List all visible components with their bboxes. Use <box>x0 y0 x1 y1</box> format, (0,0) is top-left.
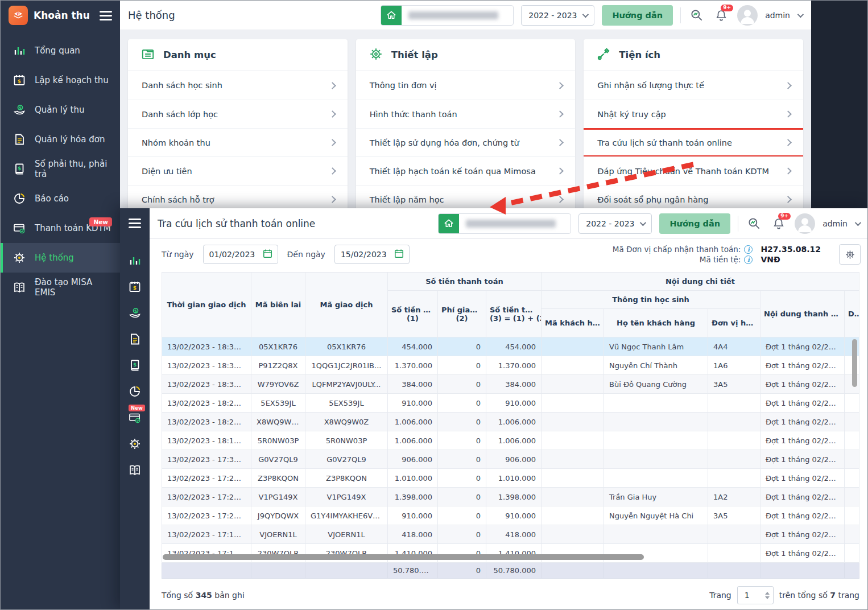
cell-txn: 1QQG1JC2JR01IB... <box>305 356 388 375</box>
card-menu-item[interactable]: Thiết lập sử dụng hóa đơn, chứng từ <box>356 128 576 156</box>
cell-content: Đợt 1 tháng 02/2023 <box>760 431 845 450</box>
card-menu-item[interactable]: Danh sách học sinh <box>128 71 348 100</box>
card-title: Thiết lập <box>391 50 438 60</box>
card-menu-item-label: Diện ưu tiên <box>142 167 192 176</box>
sidebar-item-label: Báo cáo <box>35 193 69 204</box>
to-date-input[interactable] <box>341 250 388 259</box>
card-menu-item[interactable]: Danh sách lớp học <box>128 100 348 128</box>
card-menu-item[interactable]: Tra cứu lịch sử thanh toán online <box>584 128 803 156</box>
page-stepper[interactable] <box>765 592 770 599</box>
hand-coin-icon[interactable]: $ <box>127 306 142 320</box>
card-menu-item[interactable]: Diện ưu tiên <box>128 156 348 185</box>
username[interactable]: admin <box>822 219 848 228</box>
gear-icon[interactable] <box>127 436 142 451</box>
school-year-select[interactable]: 2022 - 2023 <box>521 5 594 26</box>
notification-bell-icon[interactable]: 9+ <box>770 215 787 232</box>
sidebar-item-so-phai-thu-phai-tra[interactable]: $ Sổ phải thu, phải trả <box>1 154 120 184</box>
school-selector[interactable] <box>381 5 514 26</box>
svg-text:$: $ <box>19 106 22 110</box>
card-menu-item[interactable]: Đáp ứng Tiêu chuẩn về Thanh toán KDTM <box>584 156 803 185</box>
bar-chart-icon[interactable] <box>127 253 142 268</box>
sidebar-item-quan-ly-thu[interactable]: $ Quản lý thu <box>1 95 120 125</box>
from-date-input[interactable] <box>209 250 257 259</box>
info-icon[interactable]: i <box>744 245 753 254</box>
sidebar-item-label: Quản lý thu <box>35 105 85 115</box>
username[interactable]: admin <box>765 11 790 20</box>
table-row[interactable]: 13/02/2023 - 17:30:47 G0V27QL9 G0V27QL9 … <box>162 450 859 469</box>
calendar-icon[interactable] <box>394 248 404 261</box>
sidebar-item-bao-cao[interactable]: Báo cáo <box>1 184 120 213</box>
open-book-icon[interactable] <box>127 463 142 477</box>
cell-time: 13/02/2023 - 18:25:28 <box>162 413 251 431</box>
expand-menu-icon[interactable] <box>129 219 141 228</box>
vertical-scrollbar[interactable] <box>852 339 857 387</box>
pie-chart-icon[interactable] <box>127 384 142 399</box>
chevron-right-icon <box>329 82 336 89</box>
school-year-value: 2022 - 2023 <box>586 219 634 228</box>
guide-button[interactable]: Hướng dẫn <box>659 213 730 234</box>
ledger-book-icon[interactable]: $ <box>127 358 142 373</box>
school-year-select[interactable]: 2022 - 2023 <box>578 213 652 234</box>
table-settings-button[interactable] <box>839 244 861 265</box>
fg-header: Tra cứu lịch sử thanh toán online 2022 -… <box>150 208 868 239</box>
info-icon[interactable]: i <box>744 255 753 264</box>
sidebar-item-thanh-toan-kdtm[interactable]: Thanh toán KDTM New <box>1 213 120 243</box>
card-menu-item[interactable]: Thông tin đơn vị <box>356 71 576 100</box>
to-date-field[interactable] <box>334 245 410 264</box>
sidebar-item-he-thong[interactable]: Hệ thống <box>1 243 120 273</box>
page-number-input[interactable] <box>745 591 760 600</box>
total-fee: 0 <box>438 563 486 579</box>
avatar[interactable] <box>795 213 815 234</box>
sidebar-item-tong-quan[interactable]: Tổng quan <box>1 36 120 65</box>
from-date-field[interactable] <box>203 245 278 264</box>
avatar[interactable] <box>737 5 758 26</box>
sidebar-item-dao-tao-misa-emis[interactable]: Đào tạo MISA EMIS <box>1 273 120 302</box>
table-row[interactable]: 13/02/2023 - 17:29:49 Z3P8KQON Z3P8KQON … <box>162 469 859 488</box>
sidebar-item-quan-ly-hoa-don[interactable]: Quản lý hóa đơn <box>1 125 120 154</box>
calendar-dollar-icon[interactable]: $ <box>127 279 142 294</box>
table-row[interactable]: 13/02/2023 - 18:36:52 05X1KR76 05X1KR76 … <box>162 337 859 356</box>
sidebar-item-lap-ke-hoach-thu[interactable]: $ Lập kế hoạch thu <box>1 65 120 95</box>
user-menu-chevron-icon[interactable] <box>797 11 804 17</box>
table-row[interactable]: 13/02/2023 - 17:18:44 VJOERN1L VJOERN1L … <box>162 525 859 544</box>
cell-customer-code <box>542 375 604 394</box>
table-row[interactable]: 13/02/2023 - 18:26:31 5EX539JL 5EX539JL … <box>162 394 859 413</box>
calendar-icon[interactable] <box>262 248 273 261</box>
notification-bell-icon[interactable]: 9+ <box>713 7 730 24</box>
cell-content: Đợt 1 tháng 02/2023 <box>760 469 845 488</box>
table-row[interactable]: 13/02/2023 - 18:25:28 X8WQ9W0Z X8WQ9W0Z … <box>162 413 859 431</box>
calendar-dollar-icon: $ <box>12 73 27 88</box>
cell-customer-name: Bùi Đỗ Quang Cường <box>604 375 708 394</box>
table-row[interactable]: 13/02/2023 - 17:23:47 J9QYDQWX G1Y4IMYAK… <box>162 506 859 525</box>
card-menu-item[interactable]: Nhóm khoản thu <box>128 128 348 156</box>
invoice-icon[interactable] <box>127 332 142 347</box>
table-row[interactable]: 13/02/2023 - 18:31:16 W79YOV6Z LQFMP2YAV… <box>162 375 859 394</box>
search-icon[interactable] <box>746 215 763 232</box>
table-row[interactable]: 13/02/2023 - 18:10:18 5R0NW03P 5R0NW03P … <box>162 431 859 450</box>
horizontal-scrollbar[interactable] <box>163 554 644 560</box>
cell-cut <box>845 413 859 431</box>
card-menu-item[interactable]: Nhật ký truy cập <box>584 100 803 128</box>
home-icon <box>381 5 402 26</box>
card-check-icon[interactable]: New <box>127 410 142 425</box>
sidebar-item-label: Sổ phải thu, phải trả <box>35 159 114 179</box>
page-number-field[interactable] <box>737 586 774 604</box>
cell-customer-name: Nguyễn Chí Thành <box>604 356 708 375</box>
cell-customer-code <box>542 431 604 450</box>
cell-content: Đợt 1 tháng 02/2023 <box>760 525 845 544</box>
card-menu-item-label: Đáp ứng Tiêu chuẩn về Thanh toán KDTM <box>597 167 769 176</box>
school-selector[interactable] <box>438 213 571 234</box>
guide-button[interactable]: Hướng dẫn <box>602 5 673 26</box>
card-menu-item[interactable]: Thiết lập hạch toán kế toán qua Mimosa <box>356 156 576 185</box>
cell-cut <box>845 488 859 506</box>
collapse-menu-icon[interactable] <box>100 11 112 20</box>
card-menu-item[interactable]: Hình thức thanh toán <box>356 100 576 128</box>
table-row[interactable]: 13/02/2023 - 18:32:41 P91Z2Q8X 1QQG1JC2J… <box>162 356 859 375</box>
search-icon[interactable] <box>688 7 705 24</box>
svg-text:$: $ <box>133 362 137 368</box>
card-menu-item[interactable]: Ghi nhận số lượng thực tế <box>584 71 803 100</box>
notification-count-badge: 9+ <box>721 5 733 11</box>
cell-txn: 5EX539JL <box>305 394 388 413</box>
user-menu-chevron-icon[interactable] <box>855 219 861 225</box>
table-row[interactable]: 13/02/2023 - 17:28:43 V1PG149X V1PG149X … <box>162 488 859 506</box>
